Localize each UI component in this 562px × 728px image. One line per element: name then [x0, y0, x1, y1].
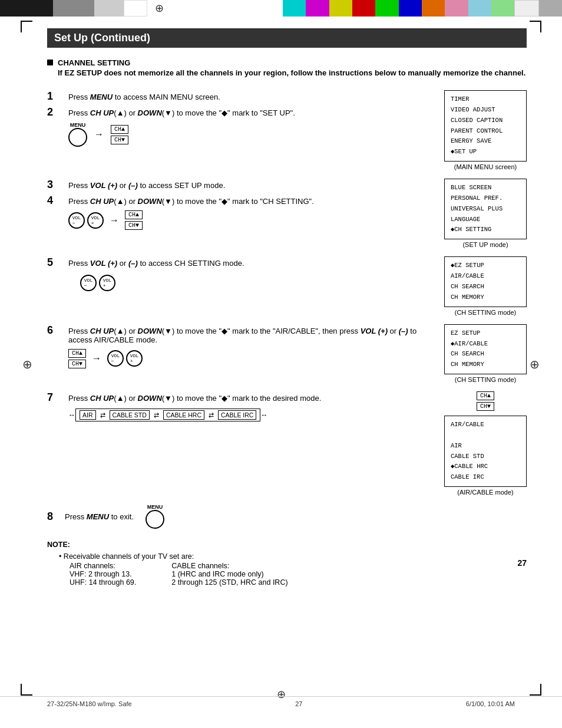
section-title: CHANNEL SETTING [58, 58, 525, 67]
steps-1-2-block: 1 Press MENU to access MAIN MENU screen.… [47, 90, 527, 170]
step-6-vol: VOL (+) [361, 327, 388, 335]
step-1-num: 1 [47, 90, 65, 103]
sm-line-2: PERSONAL PREF. [451, 193, 520, 204]
cb-red [352, 0, 375, 17]
step-7-down: DOWN [138, 394, 162, 403]
ch-setting-mode-1-col: ◆EZ SETUP AIR/CABLE CH SEARCH CH MEMORY … [444, 256, 527, 315]
steps-1-2-text: 1 Press MENU to access MAIN MENU screen.… [47, 90, 437, 149]
chv-button-1: CH▼ [111, 136, 128, 144]
main-menu-screen: TIMER VIDEO ADJUST CLOSED CAPTION PARENT… [444, 90, 527, 162]
cable-arrow-left: ↔ [68, 411, 75, 419]
mm-line-4: PARENT CONTROL [451, 126, 520, 137]
note-columns: AIR channels: VHF: 2 through 13. UHF: 14… [70, 562, 527, 587]
cs1-line-3: CH SEARCH [451, 282, 520, 292]
cb-magenta [306, 0, 329, 17]
step-4-down: DOWN [138, 197, 162, 206]
cable-air: AIR [80, 410, 96, 420]
ac-line-4: CABLE IRC [451, 472, 520, 483]
cable-arrow-right: ↔ [260, 411, 267, 419]
mm-line-2: VIDEO ADJUST [451, 105, 520, 116]
vol-plus-btn-6: VOL+ [126, 350, 143, 367]
cha-button-7: CH▲ [477, 391, 494, 400]
step-6-row: 6 Press CH UP(▲) or DOWN(▼) to move the … [47, 324, 437, 368]
step-5-num: 5 [47, 256, 65, 269]
corner-mark-br [530, 684, 541, 696]
cb-orange [422, 0, 445, 17]
cb-pink [445, 0, 468, 17]
step-2-chup: CH UP [90, 108, 114, 117]
step-3-num: 3 [47, 179, 65, 191]
sm-line-1: BLUE SCREEN [451, 183, 520, 193]
vol-btn-group-6: VOL− VOL+ [107, 350, 143, 367]
page-title: Set Up (Continued) [47, 28, 527, 48]
step-6-visual: CH▲ CH▼ → VOL− VOL+ [68, 349, 437, 368]
color-block-gray [53, 0, 94, 17]
cable-sep-1: ⇄ [100, 411, 105, 419]
color-bar-left: ⊕ [0, 0, 283, 17]
ac-line-title: AIR/CABLE [451, 420, 520, 430]
step-4-num: 4 [47, 195, 65, 207]
step-7-content: Press CH UP(▲) or DOWN(▼) to move the "◆… [68, 394, 321, 421]
step-5-content: Press VOL (+) or (–) to access CH SETTIN… [68, 259, 244, 291]
step-6-text: Press CH UP(▲) or DOWN(▼) to move the "◆… [68, 327, 437, 344]
step-5-minus: (–) [128, 259, 138, 268]
ac-line-sep [451, 430, 520, 441]
cha-chv-group-7: CH▲ CH▼ [477, 391, 494, 411]
step-4-content: Press CH UP(▲) or DOWN(▼) to move the "◆… [68, 197, 314, 230]
note-air-uhf: UHF: 14 through 69. [70, 578, 136, 587]
step-3-minus: (–) [128, 181, 138, 190]
step-4-chup: CH UP [90, 197, 114, 206]
step-4-text: Press CH UP(▲) or DOWN(▼) to move the "◆… [68, 197, 314, 206]
vol-plus-btn-3: VOL+ [87, 212, 104, 229]
setup-mode-screen: BLUE SCREEN PERSONAL PREF. UNIVERSAL PLU… [444, 179, 527, 239]
cb-white2 [514, 0, 538, 17]
cb-gray2 [539, 0, 562, 17]
step-2-text: Press CH UP(▲) or DOWN(▼) to move the "◆… [68, 108, 295, 117]
cable-std: CABLE STD [110, 410, 150, 420]
step-7-text-area: 7 Press CH UP(▲) or DOWN(▼) to move the … [47, 391, 437, 424]
cable-diagram-row: ↔ AIR ⇄ CABLE STD ⇄ CABLE HRC ⇄ CABLE IR… [68, 409, 321, 421]
sm-line-3: UNIVERSAL PLUS [451, 204, 520, 215]
step-6-chup: CH UP [90, 327, 114, 335]
note-content: • Receivable channels of your TV set are… [52, 552, 527, 587]
step-8-menu: MENU [87, 512, 109, 521]
steps-3-4-text: 3 Press VOL (+) or (–) to access SET UP … [47, 179, 437, 232]
footer-right: 6/1/00, 10:01 AM [466, 700, 515, 707]
step-7-text: Press CH UP(▲) or DOWN(▼) to move the "◆… [68, 394, 321, 403]
ch-setting-mode-1-screen: ◆EZ SETUP AIR/CABLE CH SEARCH CH MEMORY [444, 256, 527, 307]
step-6-text-area: 6 Press CH UP(▲) or DOWN(▼) to move the … [47, 324, 437, 371]
chv-button-4: CH▼ [125, 221, 143, 230]
note-section: NOTE: • Receivable channels of your TV s… [47, 541, 527, 587]
step-5-row: 5 Press VOL (+) or (–) to access CH SETT… [47, 256, 437, 291]
vol-minus-btn-5: VOL− [80, 275, 97, 291]
vol-plus-btn-5: VOL+ [99, 275, 115, 291]
cb-green [375, 0, 398, 17]
mm-line-5: ENERGY SAVE [451, 136, 520, 147]
step-6-down: DOWN [138, 327, 162, 335]
note-air-label: AIR channels: [70, 562, 136, 570]
vol-btn-group-5: VOL− VOL+ [80, 275, 115, 291]
note-title: NOTE: [47, 541, 527, 549]
step-7-row: 7 Press CH UP(▲) or DOWN(▼) to move the … [47, 391, 437, 421]
step-7-right-col: CH▲ CH▼ AIR/CABLE AIR CABLE STD ◆CABLE H… [444, 391, 527, 496]
section-header: CHANNEL SETTING If EZ SETUP does not mem… [47, 58, 527, 77]
note-cable-line-2: 2 through 125 (STD, HRC and IRC) [171, 578, 287, 587]
step-8-menu-label: MENU [147, 504, 163, 510]
note-bullet: • Receivable channels of your TV set are… [59, 552, 527, 561]
cs2-line-2: ◆AIR/CABLE [451, 339, 520, 350]
cha-button-6: CH▲ [68, 349, 86, 358]
cb-lt [468, 0, 491, 17]
mm-line-3: CLOSED CAPTION [451, 116, 520, 126]
cs2-line-4: CH MEMORY [451, 360, 520, 370]
cha-button-4: CH▲ [125, 210, 143, 219]
main-menu-label: (MAIN MENU screen) [454, 163, 517, 170]
step-8-num: 8 [47, 510, 65, 523]
step-4-row: 4 Press CH UP(▲) or DOWN(▼) to move the … [47, 195, 437, 230]
menu-button-group: MENU [68, 122, 87, 147]
ch-setting-mode-1-label: (CH SETTING mode) [455, 309, 517, 316]
cs1-line-1: ◆EZ SETUP [451, 261, 520, 271]
section-desc-bold1: If EZ SETUP does not memorize all the ch… [58, 68, 525, 77]
note-cable-col: CABLE channels: 1 (HRC and IRC mode only… [171, 562, 287, 587]
cable-sep-2: ⇄ [154, 411, 159, 419]
step-3-vol: VOL (+) [90, 181, 117, 190]
